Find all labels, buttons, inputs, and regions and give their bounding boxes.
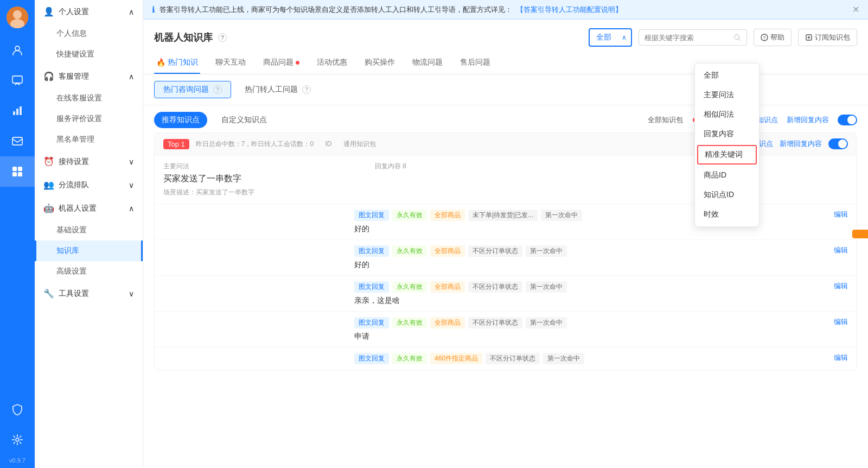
tag-hit: 第一次命中	[541, 210, 582, 221]
add-reply-action[interactable]: 新增回复内容	[780, 139, 822, 149]
float-feedback-button[interactable]: 反馈	[852, 230, 868, 238]
tab-promo[interactable]: 活动优惠	[315, 53, 349, 74]
dropdown-menu: 全部 主要问法 相似问法 回复内容 精准关键词 商品ID 知识点ID 时效	[694, 63, 760, 227]
sidebar-group-customer[interactable]: 🎧 客服管理 ∧	[35, 65, 143, 88]
nav-tool-icon[interactable]	[0, 425, 35, 455]
reply-row-2: 图文回复 永久有效 全部商品 不区分订单状态 第一次命中 亲亲，这是啥 编辑	[155, 275, 857, 311]
toolbar-tab-recommend[interactable]: 推荐知识点	[154, 112, 207, 128]
tag-product: 全部商品	[430, 210, 465, 221]
notice-close-icon[interactable]: ✕	[852, 4, 859, 15]
svg-point-1	[13, 10, 22, 19]
svg-rect-11	[12, 172, 17, 176]
group-icon: 👥	[43, 180, 54, 190]
svg-point-13	[16, 438, 19, 441]
clock-icon: ⏰	[43, 156, 54, 167]
nav-mail-icon[interactable]	[0, 126, 35, 156]
sidebar-group-personal[interactable]: 👤 个人设置 ∧	[35, 0, 143, 23]
tab-purchase[interactable]: 购买操作	[362, 53, 397, 74]
sidebar-group-robot[interactable]: 🤖 机器人设置 ∧	[35, 197, 143, 220]
dropdown-main-question[interactable]: 主要问法	[695, 85, 759, 105]
tag-type-1: 图文回复	[354, 245, 389, 257]
category-select[interactable]: 全部	[589, 28, 632, 47]
tab-hot-knowledge[interactable]: 🔥 热门知识	[154, 53, 200, 74]
sidebar-item-service-eval[interactable]: 服务评价设置	[35, 109, 143, 129]
dropdown-product-id[interactable]: 商品ID	[695, 166, 759, 185]
chevron-right-icon-3: ∨	[129, 289, 134, 298]
tag-order-3: 不区分订单状态	[468, 317, 522, 328]
card-meta: 昨日总命中数：7，昨日转人工会话数：0 ID 通用知识包	[196, 140, 380, 149]
product-dot	[296, 61, 299, 65]
reply-row-3: 图文回复 永久有效 全部商品 不区分订单状态 第一次命中 申请 编辑	[155, 311, 857, 347]
top-badge: Top 1	[163, 139, 189, 149]
sidebar-item-basic[interactable]: 基础设置	[35, 220, 143, 241]
sidebar-item-online-service[interactable]: 在线客服设置	[35, 88, 143, 109]
dropdown-all[interactable]: 全部	[695, 66, 759, 85]
reply-edit-0[interactable]: 编辑	[834, 210, 848, 219]
svg-rect-4	[12, 76, 22, 83]
svg-text:?: ?	[763, 35, 765, 41]
tag-product-1: 全部商品	[430, 245, 465, 257]
sidebar-item-knowledge[interactable]: 知识库	[35, 241, 143, 261]
nav-shield-icon[interactable]	[0, 394, 35, 425]
avatar[interactable]	[7, 7, 28, 28]
tab-chat-interaction[interactable]: 聊天互动	[213, 53, 248, 74]
dropdown-timeliness[interactable]: 时效	[695, 205, 759, 224]
card-toggle[interactable]	[828, 138, 848, 149]
tag-hit-3: 第一次命中	[526, 317, 567, 328]
svg-rect-8	[12, 137, 22, 145]
tag-hit-4: 第一次命中	[543, 353, 584, 364]
tab-aftersale[interactable]: 售后问题	[458, 53, 493, 74]
nav-grid-icon[interactable]	[0, 156, 35, 187]
sub-tab-help-icon-2: ?	[302, 85, 311, 94]
page-title: 机器人知识库 ?	[154, 31, 227, 44]
dropdown-reply[interactable]: 回复内容	[695, 124, 759, 144]
tag-hit-2: 第一次命中	[526, 281, 567, 293]
reply-edit-3[interactable]: 编辑	[834, 317, 848, 327]
title-help-icon[interactable]: ?	[218, 33, 227, 42]
sidebar-item-blacklist[interactable]: 黑名单管理	[35, 129, 143, 150]
help-button[interactable]: ? 帮助	[754, 29, 792, 46]
nav-person-icon[interactable]	[0, 35, 35, 65]
search-input[interactable]	[644, 34, 729, 42]
tag-order-4: 不区分订单状态	[486, 353, 540, 364]
sub-tab-help-icon-1: ?	[213, 85, 222, 94]
dropdown-similar[interactable]: 相似问法	[695, 105, 759, 124]
svg-point-3	[15, 46, 20, 50]
nav-chart-icon[interactable]	[0, 96, 35, 126]
add-reply-btn[interactable]: 新增回复内容	[787, 115, 829, 125]
sidebar-group-routing-label: 分流排队	[59, 180, 89, 190]
svg-rect-6	[16, 109, 18, 115]
sidebar-section-tools: 🔧 工具设置 ∨	[35, 282, 143, 305]
search-box[interactable]	[639, 29, 747, 46]
toolbar-tab-custom[interactable]: 自定义知识点	[214, 112, 275, 128]
tag-validity: 永久有效	[392, 210, 427, 221]
reply-row-4: 图文回复 永久有效 460件指定商品 不区分订单状态 第一次命中 编辑	[155, 347, 857, 370]
subscribe-button[interactable]: 订阅知识包	[798, 29, 857, 46]
sub-tab-hot-transfer[interactable]: 热门转人工问题 ?	[235, 81, 320, 98]
sidebar-group-tools-label: 工具设置	[59, 289, 89, 299]
dropdown-knowledge-id[interactable]: 知识点ID	[695, 185, 759, 205]
dropdown-precise-keyword[interactable]: 精准关键词	[697, 145, 757, 165]
sidebar-group-routing[interactable]: 👥 分流排队 ∨	[35, 173, 143, 197]
reply-edit-2[interactable]: 编辑	[834, 281, 848, 291]
content-area: 机器人知识库 ? 全部 ? 帮助 订	[143, 20, 868, 468]
subscribe-icon	[805, 34, 813, 41]
sidebar-item-advanced[interactable]: 高级设置	[35, 261, 143, 282]
tool-icon: 🔧	[43, 288, 54, 299]
reply-edit-4[interactable]: 编辑	[834, 353, 848, 363]
help-icon: ?	[761, 34, 768, 41]
reply-edit-1[interactable]: 编辑	[834, 245, 848, 255]
sidebar-group-tools[interactable]: 🔧 工具设置 ∨	[35, 282, 143, 305]
nav-chat-icon[interactable]	[0, 65, 35, 96]
package-label: 全部知识包	[648, 115, 683, 125]
toggle-switch[interactable]	[838, 115, 857, 125]
sidebar-group-waiting[interactable]: ⏰ 接待设置 ∨	[35, 150, 143, 173]
sidebar-item-personal-info[interactable]: 个人信息	[35, 23, 143, 44]
sidebar-item-shortcut[interactable]: 快捷键设置	[35, 44, 143, 65]
tab-product-issue[interactable]: 商品问题	[261, 53, 302, 74]
tag-validity-3: 永久有效	[392, 317, 427, 328]
sub-tab-hot-consult[interactable]: 热门咨询问题 ?	[154, 81, 231, 98]
tab-logistics[interactable]: 物流问题	[410, 53, 445, 74]
toolbar-left: 推荐知识点 自定义知识点	[154, 112, 275, 128]
notice-link[interactable]: 【答案引导转人工功能配置说明】	[516, 5, 622, 15]
